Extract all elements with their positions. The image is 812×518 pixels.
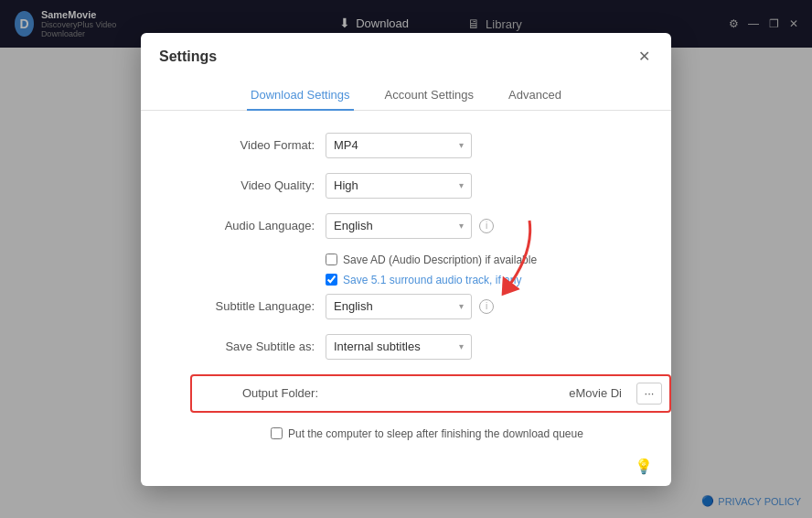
output-folder-label: Output Folder: bbox=[199, 386, 318, 400]
video-format-value: MP4 bbox=[334, 138, 358, 152]
sleep-row: Put the computer to sleep after finishin… bbox=[271, 427, 671, 440]
save-subtitle-select[interactable]: Internal subtitles ▾ bbox=[326, 334, 472, 360]
video-quality-value: High bbox=[334, 178, 358, 192]
audio-language-control: English ▾ i bbox=[326, 213, 616, 239]
modal-overlay: Settings ✕ Download Settings Account Set… bbox=[0, 0, 812, 518]
subtitle-language-label: Subtitle Language: bbox=[196, 299, 315, 313]
settings-form: Video Format: MP4 ▾ Video Quality: High … bbox=[141, 133, 671, 360]
video-quality-arrow: ▾ bbox=[459, 180, 464, 190]
dialog-tabs: Download Settings Account Settings Advan… bbox=[141, 66, 671, 111]
save-ad-checkbox[interactable] bbox=[326, 254, 337, 265]
lightbulb-icon[interactable]: 💡 bbox=[635, 458, 653, 475]
audio-language-row: Audio Language: English ▾ i bbox=[196, 213, 616, 239]
tab-advanced[interactable]: Advanced bbox=[505, 81, 565, 111]
video-quality-row: Video Quality: High ▾ bbox=[196, 173, 616, 199]
output-folder-input[interactable] bbox=[329, 382, 625, 405]
subtitle-language-value: English bbox=[334, 299, 373, 313]
save-subtitle-label: Save Subtitle as: bbox=[196, 340, 315, 353]
save-51-checkbox[interactable] bbox=[326, 274, 337, 286]
dialog-title: Settings bbox=[159, 49, 217, 65]
save-51-label: Save 5.1 surround audio track, if any bbox=[343, 274, 521, 286]
video-quality-label: Video Quality: bbox=[196, 178, 315, 192]
subtitle-language-info-icon[interactable]: i bbox=[479, 299, 494, 314]
sleep-checkbox[interactable] bbox=[271, 427, 283, 439]
video-quality-control: High ▾ bbox=[326, 173, 616, 199]
audio-language-info-icon[interactable]: i bbox=[479, 219, 494, 233]
audio-language-value: English bbox=[334, 219, 373, 232]
settings-dialog: Settings ✕ Download Settings Account Set… bbox=[141, 33, 671, 486]
save-subtitle-arrow: ▾ bbox=[459, 341, 464, 351]
dialog-header: Settings ✕ bbox=[141, 33, 671, 66]
subtitle-language-control: English ▾ i bbox=[326, 294, 616, 319]
audio-language-select[interactable]: English ▾ bbox=[326, 213, 472, 239]
video-format-arrow: ▾ bbox=[459, 140, 464, 150]
tab-account-settings[interactable]: Account Settings bbox=[381, 81, 478, 111]
video-quality-select[interactable]: High ▾ bbox=[326, 173, 472, 199]
output-folder-row: Output Folder: ··· bbox=[190, 374, 671, 413]
dialog-close-button[interactable]: ✕ bbox=[635, 48, 653, 66]
save-subtitle-row: Save Subtitle as: Internal subtitles ▾ bbox=[196, 334, 616, 360]
save-subtitle-value: Internal subtitles bbox=[334, 340, 421, 353]
save-subtitle-control: Internal subtitles ▾ bbox=[326, 334, 616, 360]
video-format-select[interactable]: MP4 ▾ bbox=[326, 133, 472, 158]
save-ad-label: Save AD (Audio Description) if available bbox=[343, 254, 537, 266]
dialog-bottom-area: 💡 bbox=[635, 458, 653, 475]
save-ad-row: Save AD (Audio Description) if available bbox=[326, 254, 616, 266]
subtitle-language-row: Subtitle Language: English ▾ i bbox=[196, 294, 616, 319]
tab-download-settings[interactable]: Download Settings bbox=[247, 81, 353, 111]
save-51-row: Save 5.1 surround audio track, if any bbox=[326, 274, 616, 286]
subtitle-language-arrow: ▾ bbox=[459, 301, 464, 311]
video-format-row: Video Format: MP4 ▾ bbox=[196, 133, 616, 158]
video-format-label: Video Format: bbox=[196, 138, 315, 152]
browse-button[interactable]: ··· bbox=[636, 383, 662, 405]
sleep-label: Put the computer to sleep after finishin… bbox=[288, 427, 583, 440]
video-format-control: MP4 ▾ bbox=[326, 133, 616, 158]
audio-language-label: Audio Language: bbox=[196, 219, 315, 232]
subtitle-language-select[interactable]: English ▾ bbox=[326, 294, 472, 319]
audio-language-arrow: ▾ bbox=[459, 221, 464, 231]
